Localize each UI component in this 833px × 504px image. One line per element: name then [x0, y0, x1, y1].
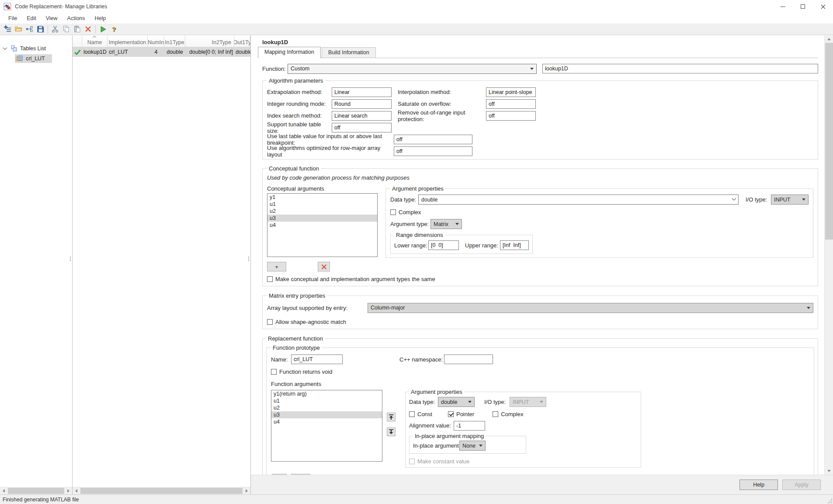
- scrollbar-thumb[interactable]: [825, 43, 833, 240]
- menu-view[interactable]: View: [41, 14, 62, 23]
- last-table-field[interactable]: [394, 135, 472, 144]
- table-header-out1type[interactable]: Out1Ty: [234, 35, 250, 47]
- list-item[interactable]: u1: [267, 201, 377, 208]
- scroll-left-icon[interactable]: [0, 487, 7, 494]
- io-type-combobox[interactable]: INPUT: [771, 195, 809, 205]
- make-constant-checkbox-disabled: [409, 459, 415, 464]
- table-header-implementation[interactable]: Implementation: [108, 35, 148, 47]
- saturate-field[interactable]: [486, 99, 536, 109]
- move-down-button[interactable]: [387, 428, 396, 436]
- list-item-selected[interactable]: u3: [267, 215, 377, 222]
- panel-splitter[interactable]: [248, 256, 250, 262]
- menu-file[interactable]: File: [3, 14, 22, 23]
- extrapolation-field[interactable]: [332, 87, 392, 97]
- help-dialog-button[interactable]: Help: [739, 480, 778, 490]
- menu-edit[interactable]: Edit: [22, 14, 41, 23]
- index-search-field[interactable]: [332, 111, 392, 121]
- resize-grip[interactable]: [827, 498, 832, 503]
- rounding-field[interactable]: [332, 99, 392, 109]
- data-type-combobox[interactable]: double: [438, 397, 475, 407]
- returns-void-checkbox[interactable]: [271, 369, 277, 375]
- function-combobox[interactable]: Custom: [288, 64, 537, 74]
- cut-scissors-icon: [52, 25, 59, 33]
- const-checkbox[interactable]: [409, 411, 415, 417]
- scroll-left-icon[interactable]: [73, 487, 80, 494]
- row-major-field[interactable]: [394, 146, 472, 156]
- inplace-argument-combobox[interactable]: None: [459, 441, 486, 451]
- shape-agnostic-checkbox[interactable]: [267, 319, 273, 325]
- list-item[interactable]: y1: [267, 194, 377, 201]
- scroll-down-icon[interactable]: [825, 467, 833, 475]
- left-horizontal-scrollbar[interactable]: [0, 487, 72, 494]
- function-arguments-list[interactable]: y1(return arg) u1 u2 u3 u4: [271, 390, 382, 462]
- apply-button-disabled: Apply: [782, 480, 821, 490]
- cpp-namespace-field[interactable]: [444, 355, 493, 364]
- upper-range-field[interactable]: [500, 240, 529, 250]
- same-types-checkbox[interactable]: [267, 276, 273, 282]
- scrollbar-thumb[interactable]: [80, 488, 243, 494]
- menu-help[interactable]: Help: [90, 14, 111, 23]
- table-header-name[interactable]: Name: [82, 35, 108, 47]
- table-row[interactable]: lookup1D crl_LUT 4 double double[0 0; In…: [73, 47, 250, 57]
- paste-button[interactable]: [72, 24, 83, 34]
- argument-type-combobox[interactable]: Matrix: [430, 219, 462, 229]
- complex-checkbox[interactable]: [390, 209, 396, 215]
- group-legend: Conceptual function: [267, 165, 321, 172]
- open-button[interactable]: [13, 24, 24, 34]
- tab-build-information[interactable]: Build Information: [322, 47, 376, 58]
- alignment-value-field[interactable]: [454, 421, 485, 431]
- table-header-in1type[interactable]: In1Type: [164, 35, 185, 47]
- table-header-status[interactable]: [73, 35, 82, 47]
- delete-button[interactable]: [83, 24, 94, 34]
- tree-node-tables-list[interactable]: Tables List: [0, 43, 72, 53]
- title-bar: Code Replacement- Manage Libraries: [0, 0, 833, 13]
- tab-mapping-information[interactable]: Mapping Information: [258, 47, 321, 58]
- cut-button[interactable]: [50, 24, 61, 34]
- maximize-button[interactable]: [793, 0, 813, 13]
- add-conceptual-argument-button[interactable]: +: [267, 262, 286, 271]
- chevron-down-icon[interactable]: [3, 45, 7, 50]
- complex-checkbox[interactable]: [493, 411, 498, 417]
- array-layout-combobox[interactable]: Column-major: [368, 303, 813, 313]
- save-button[interactable]: [35, 24, 46, 34]
- move-up-button[interactable]: [387, 413, 396, 421]
- list-item[interactable]: u2: [271, 404, 382, 411]
- table-horizontal-scrollbar[interactable]: [73, 487, 250, 494]
- list-item[interactable]: u2: [267, 208, 377, 215]
- data-type-combobox[interactable]: double: [418, 195, 739, 205]
- scroll-up-icon[interactable]: [825, 35, 833, 43]
- list-item-selected[interactable]: u3: [271, 411, 382, 418]
- panel-splitter[interactable]: [70, 256, 71, 262]
- tunable-field[interactable]: [332, 123, 392, 132]
- chevron-down-icon: [540, 401, 543, 403]
- delete-conceptual-argument-button[interactable]: [318, 262, 330, 271]
- scroll-right-icon[interactable]: [65, 487, 72, 494]
- replacement-name-field[interactable]: [291, 355, 343, 364]
- link-button[interactable]: [24, 24, 35, 34]
- minimize-button[interactable]: [773, 0, 793, 13]
- remove-protection-field[interactable]: [486, 111, 536, 121]
- details-vertical-scrollbar[interactable]: [824, 35, 833, 475]
- conceptual-arguments-list[interactable]: y1 u1 u2 u3 u4: [267, 193, 378, 257]
- close-button[interactable]: [813, 0, 833, 13]
- table-header-in2type[interactable]: In2Type: [185, 35, 234, 47]
- menu-actions[interactable]: Actions: [62, 14, 90, 23]
- pointer-checkbox[interactable]: [448, 411, 454, 417]
- tables-list-icon: [10, 45, 17, 52]
- run-button[interactable]: [97, 24, 108, 34]
- lower-range-field[interactable]: [428, 240, 459, 250]
- table-header-numin[interactable]: NumIn: [148, 35, 164, 47]
- tree-node-crl-lut[interactable]: crl_LUT: [0, 53, 72, 63]
- interpolation-field[interactable]: [486, 87, 536, 97]
- scroll-right-icon[interactable]: [243, 487, 250, 494]
- copy-button[interactable]: [61, 24, 72, 34]
- entry-name-field[interactable]: [542, 64, 818, 73]
- scrollbar-thumb[interactable]: [8, 488, 64, 494]
- list-item[interactable]: u1: [271, 397, 382, 404]
- help-button[interactable]: [108, 24, 119, 34]
- arrow-down-icon: [388, 429, 394, 435]
- list-item[interactable]: u4: [267, 222, 377, 229]
- list-item[interactable]: y1(return arg): [271, 390, 382, 397]
- new-entry-button[interactable]: [2, 24, 13, 34]
- list-item[interactable]: u4: [271, 418, 382, 425]
